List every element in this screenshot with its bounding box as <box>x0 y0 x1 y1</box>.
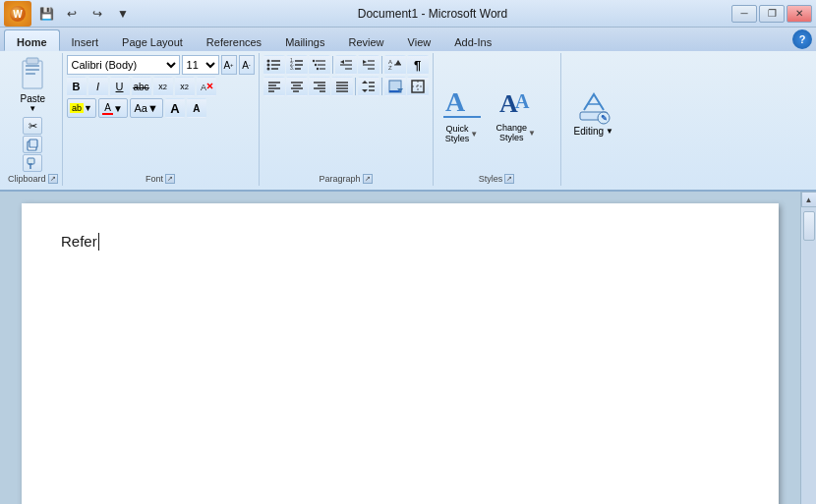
tab-mailings[interactable]: Mailings <box>273 29 336 51</box>
sort-button[interactable]: A Z <box>384 55 406 75</box>
tab-home[interactable]: Home <box>4 29 60 51</box>
strikethrough-button[interactable]: abc <box>132 77 151 96</box>
para-sep-4 <box>381 78 382 95</box>
change-styles-label: ChangeStyles <box>496 124 528 143</box>
align-left-button[interactable] <box>263 77 285 96</box>
svg-rect-4 <box>26 65 39 67</box>
clear-format-button[interactable]: A <box>197 77 216 96</box>
document-page[interactable]: Refer <box>22 203 779 504</box>
bullets-button[interactable] <box>263 55 285 75</box>
tab-view[interactable]: View <box>396 29 443 51</box>
font-grow-a-button[interactable]: A <box>165 98 185 118</box>
clear-format-icon: A <box>200 80 213 93</box>
font-label: Font ↗ <box>67 172 255 184</box>
document-text[interactable]: Refer <box>61 233 739 251</box>
change-styles-icon: A A <box>497 84 535 124</box>
ribbon-tabs: Home Insert Page Layout References Maili… <box>0 28 816 51</box>
cut-button[interactable]: ✂ <box>23 117 42 135</box>
minimize-button[interactable]: ─ <box>731 5 757 23</box>
scroll-track-v[interactable] <box>802 207 816 504</box>
text-cursor <box>98 233 99 251</box>
change-styles-button[interactable]: A A ChangeStyles ▼ <box>491 81 542 147</box>
clipboard-content: Paste ▼ ✂ <box>8 55 58 172</box>
scroll-up-button[interactable]: ▲ <box>801 192 817 207</box>
clipboard-expand[interactable]: ↗ <box>48 174 58 184</box>
quick-styles-label: QuickStyles <box>445 125 470 144</box>
multilevel-icon <box>312 57 327 73</box>
change-case-button[interactable]: Aa▼ <box>130 98 163 118</box>
justify-button[interactable] <box>331 77 353 96</box>
show-marks-button[interactable]: ¶ <box>407 55 429 75</box>
tab-references[interactable]: References <box>195 29 273 51</box>
shading-button[interactable] <box>384 77 406 96</box>
undo-button[interactable]: ↩ <box>61 3 83 25</box>
qat-more-button[interactable]: ▼ <box>112 3 134 25</box>
font-grow-button[interactable]: A+ <box>221 55 237 75</box>
font-shrink-a-button[interactable]: A <box>187 98 206 118</box>
svg-rect-5 <box>26 69 39 71</box>
increase-indent-icon <box>361 57 377 73</box>
font-name-select[interactable]: Calibri (Body) <box>67 55 180 75</box>
styles-label: Styles ↗ <box>437 172 556 184</box>
ribbon: Home Insert Page Layout References Maili… <box>0 28 816 192</box>
group-paragraph: 1. 2. 3. <box>260 53 434 186</box>
svg-marker-37 <box>363 60 367 64</box>
italic-button[interactable]: I <box>88 77 108 96</box>
save-button[interactable]: 💾 <box>35 3 57 25</box>
tab-review[interactable]: Review <box>336 29 395 51</box>
clipboard-small-buttons: ✂ <box>23 117 42 172</box>
editing-button[interactable]: ✎ Editing ▼ <box>565 86 623 140</box>
tab-insert[interactable]: Insert <box>60 29 111 51</box>
restore-button[interactable]: ❐ <box>759 5 785 23</box>
multilevel-list-button[interactable] <box>309 55 330 75</box>
superscript-button[interactable]: x2 <box>175 77 195 96</box>
styles-expand[interactable]: ↗ <box>504 174 514 184</box>
highlight-color-button[interactable]: ab▼ <box>67 98 96 118</box>
svg-rect-6 <box>26 73 35 75</box>
svg-text:3.: 3. <box>290 65 294 71</box>
quick-styles-button[interactable]: A QuickStyles ▼ <box>437 80 487 148</box>
borders-button[interactable] <box>407 77 429 96</box>
bold-button[interactable]: B <box>67 77 87 96</box>
scroll-thumb-v[interactable] <box>803 211 815 241</box>
paste-icon <box>17 57 48 92</box>
title-bar-left: W 💾 ↩ ↪ ▼ <box>4 1 134 27</box>
font-row-2: B I U abc x2 x2 A <box>67 77 216 96</box>
align-left-icon <box>266 79 282 94</box>
format-painter-button[interactable] <box>23 154 42 172</box>
tab-add-ins[interactable]: Add-Ins <box>442 29 503 51</box>
paragraph-expand[interactable]: ↗ <box>363 174 373 184</box>
help-button[interactable]: ? <box>792 29 812 49</box>
scrollbar-vertical[interactable]: ▲ ◆ ○ ◆ ▼ <box>800 192 816 504</box>
decrease-indent-button[interactable] <box>335 55 357 75</box>
change-styles-svg: A A <box>497 84 535 122</box>
svg-rect-9 <box>28 158 34 164</box>
font-size-select[interactable]: 11 <box>182 55 219 75</box>
quick-styles-arrow: ▼ <box>470 130 478 139</box>
borders-icon <box>410 79 426 94</box>
font-shrink-button[interactable]: A- <box>239 55 255 75</box>
tab-page-layout[interactable]: Page Layout <box>110 29 195 51</box>
increase-indent-button[interactable] <box>358 55 379 75</box>
svg-text:A: A <box>445 86 466 117</box>
line-spacing-button[interactable] <box>358 77 379 96</box>
align-center-button[interactable] <box>286 77 308 96</box>
close-button[interactable]: ✕ <box>787 5 812 23</box>
font-expand[interactable]: ↗ <box>165 174 175 184</box>
change-styles-label-row: ChangeStyles ▼ <box>496 124 536 143</box>
ribbon-content: Paste ▼ ✂ <box>0 51 816 190</box>
svg-point-31 <box>316 68 318 70</box>
font-color-button[interactable]: A▼ <box>98 98 128 118</box>
align-center-icon <box>289 79 305 94</box>
paste-button[interactable]: Paste ▼ <box>13 55 52 115</box>
para-row-1: 1. 2. 3. <box>263 55 429 75</box>
align-right-button[interactable] <box>309 77 330 96</box>
numbering-button[interactable]: 1. 2. 3. <box>286 55 308 75</box>
redo-button[interactable]: ↪ <box>87 3 108 25</box>
subscript-button[interactable]: x2 <box>153 77 173 96</box>
svg-point-15 <box>266 60 269 63</box>
line-spacing-icon <box>361 79 377 94</box>
office-button[interactable]: W <box>4 1 31 27</box>
underline-button[interactable]: U <box>110 77 130 96</box>
copy-button[interactable] <box>23 136 42 153</box>
